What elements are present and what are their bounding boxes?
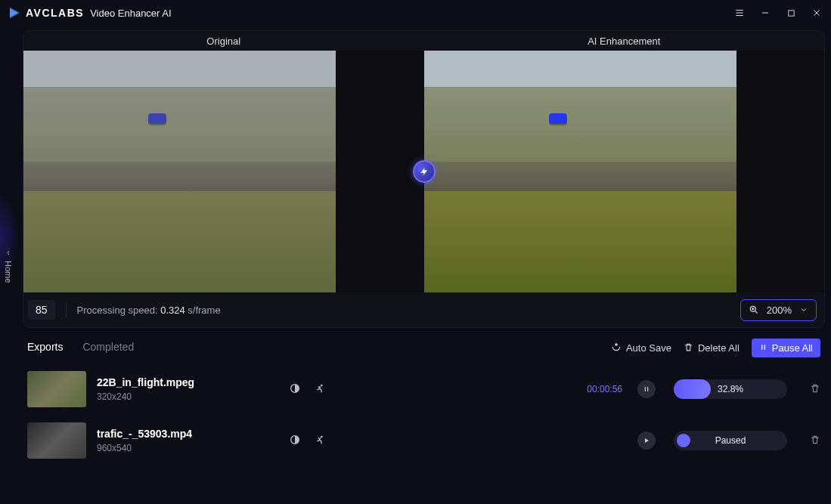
play-button[interactable] [637, 431, 656, 450]
app-logo: AVCLABS [8, 6, 84, 20]
export-item: 22B_in_flight.mpeg 320x240 00:00:56 32.8… [23, 363, 825, 415]
compare-slider-handle[interactable] [413, 160, 436, 183]
export-resolution: 320x240 [97, 391, 278, 402]
tab-completed[interactable]: Completed [82, 341, 134, 356]
delete-item-button[interactable] [810, 383, 820, 396]
maximize-icon[interactable] [784, 6, 798, 20]
progress-bar[interactable]: 32.8% [674, 379, 787, 399]
processing-speed: Processing speed: 0.324 s/frame [77, 305, 221, 316]
autosave-icon [611, 342, 622, 354]
sidebar-home[interactable]: Home [4, 261, 13, 283]
progress-label: Paused [674, 435, 787, 446]
export-resolution: 960x540 [97, 443, 278, 453]
pause-icon [759, 342, 767, 354]
delete-all-button[interactable]: Delete All [684, 342, 740, 354]
motion-icon[interactable] [315, 382, 327, 397]
menu-icon[interactable] [733, 6, 746, 20]
motion-icon[interactable] [315, 434, 327, 448]
status-row: 85 Processing speed: 0.324 s/frame 200% [23, 292, 824, 327]
chevron-left-icon[interactable]: ‹ [7, 247, 10, 258]
compare-header-original: Original [23, 36, 424, 47]
elapsed-time: 00:00:56 [587, 384, 622, 394]
svg-point-5 [321, 435, 323, 438]
export-thumbnail [27, 371, 86, 407]
tab-exports[interactable]: Exports [27, 341, 63, 356]
export-tabs: Exports Completed [27, 341, 134, 356]
compare-header-enhanced: AI Enhancement [424, 36, 825, 47]
zoom-in-icon [749, 305, 759, 315]
svg-point-3 [321, 384, 323, 386]
minimize-icon[interactable] [758, 6, 772, 20]
close-icon[interactable] [810, 6, 823, 20]
delete-item-button[interactable] [810, 434, 820, 447]
compare-panel: Original AI Enhancement 85 Processing sp… [23, 30, 825, 328]
export-thumbnail [27, 422, 86, 459]
contrast-icon[interactable] [289, 434, 301, 448]
export-filename: 22B_in_flight.mpeg [97, 376, 278, 388]
titlebar: AVCLABS Video Enhancer AI [0, 0, 831, 26]
logo-icon [8, 6, 21, 20]
progress-label: 32.8% [674, 384, 787, 394]
trash-icon [684, 342, 693, 354]
progress-bar[interactable]: Paused [674, 431, 787, 450]
svg-rect-0 [788, 10, 793, 15]
pause-all-button[interactable]: Pause All [752, 339, 820, 357]
autosave-button[interactable]: Auto Save [611, 342, 671, 354]
pause-button[interactable] [637, 380, 656, 398]
preview-original [23, 51, 424, 292]
current-frame: 85 [28, 300, 55, 320]
export-filename: trafic_-_53903.mp4 [97, 428, 278, 440]
contrast-icon[interactable] [289, 382, 301, 397]
zoom-value: 200% [767, 305, 792, 316]
app-brand: AVCLABS [26, 7, 84, 19]
app-subtitle: Video Enhancer AI [90, 8, 171, 19]
compare-canvas[interactable] [23, 51, 824, 292]
window-controls [733, 6, 823, 20]
preview-enhanced [424, 51, 825, 292]
sidebar: ‹ Home [0, 26, 17, 504]
zoom-select[interactable]: 200% [740, 299, 817, 321]
export-item: trafic_-_53903.mp4 960x540 Paused [23, 415, 825, 466]
chevron-down-icon [799, 305, 808, 314]
